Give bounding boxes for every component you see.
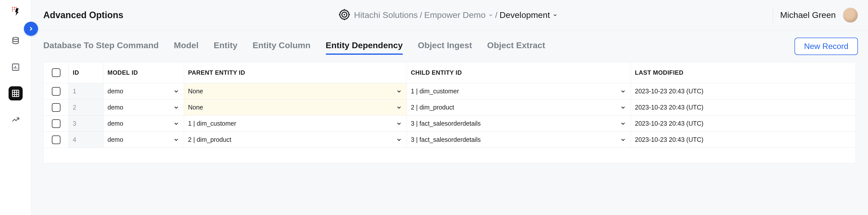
row-select-cell xyxy=(43,100,69,115)
page-title: Advanced Options xyxy=(43,10,123,21)
chevron-down-icon xyxy=(396,88,403,95)
svg-point-1 xyxy=(13,7,14,8)
left-rail xyxy=(0,0,31,215)
main: Advanced Options Hitachi Solutions / Emp… xyxy=(31,0,868,215)
avatar[interactable] xyxy=(843,7,858,23)
chevron-down-icon[interactable] xyxy=(553,12,558,18)
breadcrumb: Hitachi Solutions / Empower Demo / Devel… xyxy=(129,8,767,22)
chevron-down-icon xyxy=(620,104,627,111)
svg-point-3 xyxy=(12,8,13,9)
breadcrumb-org[interactable]: Hitachi Solutions xyxy=(354,10,417,20)
chevron-down-icon[interactable] xyxy=(488,12,493,18)
grid-icon xyxy=(11,89,20,98)
row-model-id[interactable]: demo xyxy=(103,83,184,100)
header-model-id[interactable]: MODEL ID xyxy=(103,62,184,83)
svg-point-4 xyxy=(13,8,14,9)
user-name[interactable]: Michael Green xyxy=(780,10,836,20)
table-header-row: ID MODEL ID PARENT ENTITY ID CHILD ENTIT… xyxy=(43,62,856,83)
app-logo xyxy=(10,6,21,17)
row-last-modified: 2023-10-23 20:43 (UTC) xyxy=(631,83,856,100)
header-id[interactable]: ID xyxy=(69,62,103,83)
row-last-modified: 2023-10-23 20:43 (UTC) xyxy=(631,100,856,115)
row-model-id[interactable]: demo xyxy=(103,100,184,115)
row-child-entity-id[interactable]: 3 | fact_salesorderdetails xyxy=(407,115,631,132)
new-record-button[interactable]: New Record xyxy=(795,37,858,55)
entity-dependency-table: ID MODEL ID PARENT ENTITY ID CHILD ENTIT… xyxy=(43,62,856,163)
chevron-down-icon xyxy=(620,136,627,143)
tabs-row: Database To Step Command Model Entity En… xyxy=(31,30,868,62)
tab-model[interactable]: Model xyxy=(174,41,198,52)
target-icon xyxy=(338,8,350,22)
row-select-cell xyxy=(43,83,69,100)
row-select-cell xyxy=(43,132,69,148)
nav-tables[interactable] xyxy=(8,86,23,101)
tab-entity[interactable]: Entity xyxy=(214,41,238,52)
header-child-entity-id[interactable]: CHILD ENTITY ID xyxy=(407,62,631,83)
checkbox-row[interactable] xyxy=(52,119,60,128)
row-child-entity-id[interactable]: 3 | fact_salesorderdetails xyxy=(407,132,631,148)
table-body: 1demoNone1 | dim_customer2023-10-23 20:4… xyxy=(43,83,856,148)
table-row: 1demoNone1 | dim_customer2023-10-23 20:4… xyxy=(43,83,856,100)
row-select-cell xyxy=(43,115,69,132)
checkbox-row[interactable] xyxy=(52,135,60,144)
table-row: 2demoNone2 | dim_product2023-10-23 20:43… xyxy=(43,100,856,115)
svg-point-0 xyxy=(12,7,13,8)
row-parent-entity-id[interactable]: None xyxy=(184,83,407,100)
row-last-modified: 2023-10-23 20:43 (UTC) xyxy=(631,132,856,148)
chevron-down-icon xyxy=(173,120,180,127)
row-parent-entity-id[interactable]: None xyxy=(184,100,407,115)
chevron-down-icon xyxy=(173,136,180,143)
header-user: Michael Green xyxy=(773,7,858,23)
chevron-right-icon xyxy=(28,26,34,32)
svg-point-18 xyxy=(344,14,345,16)
database-icon xyxy=(11,36,20,45)
bar-chart-panel-icon xyxy=(11,63,20,72)
row-id: 2 xyxy=(69,100,103,115)
header-parent-entity-id[interactable]: PARENT ENTITY ID xyxy=(184,62,407,83)
row-child-entity-id[interactable]: 1 | dim_customer xyxy=(407,83,631,100)
tab-object-ingest[interactable]: Object Ingest xyxy=(418,41,472,52)
svg-point-5 xyxy=(12,10,13,11)
svg-point-2 xyxy=(16,7,17,8)
nav-database[interactable] xyxy=(8,34,23,48)
chevron-down-icon xyxy=(396,136,403,143)
header-select-all xyxy=(43,62,69,83)
divider xyxy=(773,7,773,23)
row-model-id[interactable]: demo xyxy=(103,132,184,148)
checkbox-select-all[interactable] xyxy=(52,69,60,77)
checkbox-row[interactable] xyxy=(52,87,60,96)
row-parent-entity-id[interactable]: 1 | dim_customer xyxy=(184,115,407,132)
tab-database-to-step-command[interactable]: Database To Step Command xyxy=(43,41,159,52)
row-child-entity-id[interactable]: 2 | dim_product xyxy=(407,100,631,115)
chevron-down-icon xyxy=(396,120,403,127)
row-model-id[interactable]: demo xyxy=(103,115,184,132)
row-parent-entity-id[interactable]: 2 | dim_product xyxy=(184,132,407,148)
tab-object-extract[interactable]: Object Extract xyxy=(487,41,545,52)
checkbox-row[interactable] xyxy=(52,103,60,112)
nav-dashboard[interactable] xyxy=(8,60,23,74)
svg-rect-11 xyxy=(12,90,19,97)
breadcrumb-env[interactable]: Development xyxy=(499,10,550,20)
table-row: 4demo2 | dim_product3 | fact_salesorderd… xyxy=(43,132,856,148)
chevron-down-icon xyxy=(620,120,627,127)
tab-entity-column[interactable]: Entity Column xyxy=(252,41,310,52)
header: Advanced Options Hitachi Solutions / Emp… xyxy=(31,0,868,30)
chevron-down-icon xyxy=(396,104,403,111)
svg-point-6 xyxy=(12,37,19,39)
row-id: 4 xyxy=(69,132,103,148)
row-last-modified: 2023-10-23 20:43 (UTC) xyxy=(631,115,856,132)
row-id: 1 xyxy=(69,83,103,100)
chevron-down-icon xyxy=(173,104,180,111)
row-id: 3 xyxy=(69,115,103,132)
chevron-down-icon xyxy=(620,88,627,95)
expand-sidebar-button[interactable] xyxy=(24,22,38,36)
tabs: Database To Step Command Model Entity En… xyxy=(43,41,545,52)
trending-up-icon xyxy=(11,115,20,124)
breadcrumb-project[interactable]: Empower Demo xyxy=(424,10,486,20)
chevron-down-icon xyxy=(173,88,180,95)
table-row: 3demo1 | dim_customer3 | fact_salesorder… xyxy=(43,115,856,132)
nav-trends[interactable] xyxy=(8,112,23,127)
tab-entity-dependency[interactable]: Entity Dependency xyxy=(326,41,403,52)
header-last-modified[interactable]: LAST MODIFIED xyxy=(631,62,856,83)
